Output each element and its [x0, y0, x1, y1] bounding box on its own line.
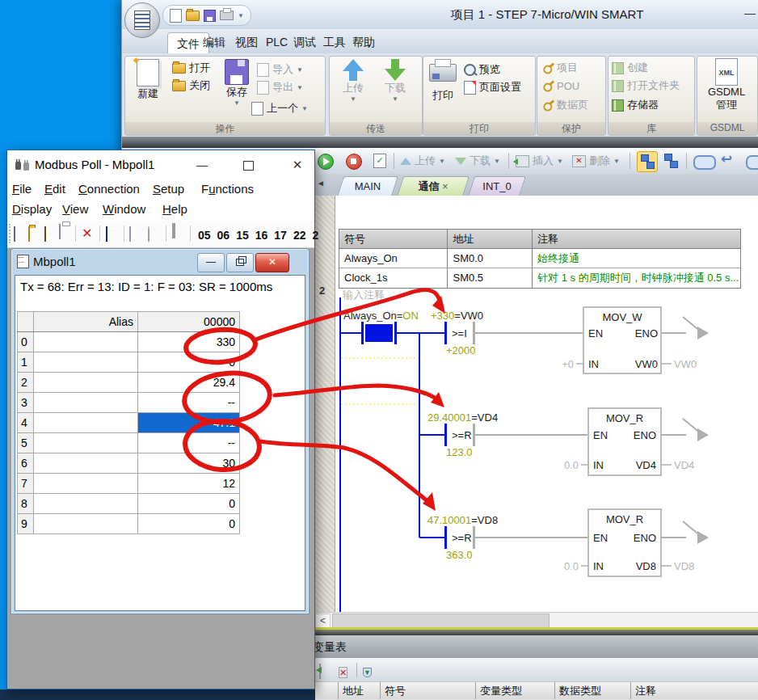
fc-17-button[interactable]: 17 [274, 229, 287, 242]
pulse-button[interactable] [172, 225, 175, 239]
box-tool-button[interactable] [693, 155, 716, 170]
print-button[interactable]: 打印 [425, 57, 461, 103]
delete-button[interactable]: ✕删除▼ [572, 154, 620, 168]
menu-tab-help[interactable]: 帮助 [352, 36, 375, 50]
delete-row-button[interactable]: ✕ [339, 664, 347, 679]
insert-button[interactable]: 插入▼ [516, 154, 563, 168]
col-var-type[interactable]: 变量类型 [476, 681, 555, 699]
menu-tab-debug[interactable]: 调试 [293, 36, 316, 50]
toolbar-upload-button[interactable]: 上传▼ [400, 154, 445, 168]
child-restore-button[interactable] [226, 253, 254, 272]
menu-help[interactable]: Help [162, 202, 187, 216]
modbus-close-button[interactable]: ✕ [285, 156, 310, 174]
compile-button[interactable]: ✓ [373, 154, 386, 168]
insert-row-button[interactable] [319, 664, 321, 679]
grid-row[interactable]: 229.4 [18, 373, 240, 393]
run-button[interactable] [318, 154, 334, 170]
print-button[interactable] [59, 225, 61, 239]
child-close-button[interactable]: ✕ [255, 253, 289, 272]
fc-23-button[interactable]: 2 [312, 229, 318, 242]
grid-row[interactable]: 5-- [18, 433, 240, 453]
library-create-button[interactable]: 创建 [612, 61, 648, 75]
menu-functions[interactable]: Functions [201, 182, 254, 196]
child-minimize-button[interactable]: — [197, 253, 225, 272]
new-button[interactable]: ◆ 新建 [128, 59, 167, 101]
menu-window[interactable]: Window [103, 202, 145, 216]
disconnect-button[interactable]: ✕ [82, 226, 92, 241]
save-button[interactable] [44, 227, 46, 242]
compare-contact[interactable] [444, 526, 447, 549]
protect-datapage-button[interactable]: 数据页 [542, 98, 588, 112]
stop-button[interactable] [346, 154, 362, 170]
library-memory-button[interactable]: 存储器 [612, 98, 659, 112]
communication-button[interactable] [129, 227, 131, 242]
protect-project-button[interactable]: 项目 [542, 61, 578, 75]
grid-row-selected[interactable]: 447.1 [18, 413, 240, 433]
menu-connection[interactable]: Connection [78, 182, 140, 196]
qat-dropdown-caret[interactable]: ▼ [238, 12, 244, 19]
open-icon[interactable] [186, 11, 200, 21]
ladder-canvas[interactable]: Always_On=ON +330=VW0 >=I +2000 MOV_W EN… [314, 196, 758, 612]
register-header[interactable]: 00000 [138, 312, 240, 332]
library-open-folder-button[interactable]: 打开文件夹 [612, 78, 680, 93]
export-button[interactable]: 导出▼ [257, 80, 303, 95]
modbus-minimize-button[interactable]: — [190, 156, 214, 174]
menu-tab-view[interactable]: 视图 [235, 36, 258, 50]
previous-button[interactable]: 上一个▼ [251, 101, 308, 116]
menu-tab-tools[interactable]: 工具 [323, 36, 346, 50]
modbus-maximize-button[interactable] [243, 161, 254, 171]
scrollbar-thumb[interactable] [332, 614, 550, 628]
fc-05-button[interactable]: 05 [198, 229, 211, 242]
tab-main[interactable]: MAIN [337, 176, 398, 196]
download-button[interactable]: 下载 ▼ [378, 59, 412, 103]
new-button[interactable] [14, 227, 15, 242]
program-block-button[interactable] [637, 151, 658, 172]
grid-row[interactable]: 3-- [18, 393, 240, 413]
page-setup-button[interactable]: 页面设置 [464, 80, 521, 95]
download-table-button[interactable]: ▼ [363, 664, 372, 678]
print-icon[interactable] [220, 11, 234, 20]
undo-tool-button[interactable]: ↩ [721, 150, 732, 167]
fc-15-button[interactable]: 15 [236, 229, 249, 242]
open-button[interactable]: 打开 [172, 61, 210, 75]
open-button[interactable] [28, 227, 30, 242]
alarm-button[interactable] [148, 227, 149, 242]
grid-row[interactable]: 712 [18, 474, 240, 494]
fc-16-button[interactable]: 16 [255, 229, 268, 242]
menu-setup[interactable]: Setup [153, 182, 184, 196]
tab-int0[interactable]: INT_0 [468, 176, 526, 196]
step7-minimize-button[interactable]: — [744, 6, 756, 19]
col-address[interactable]: 地址 [339, 681, 381, 699]
fc-22-button[interactable]: 22 [293, 229, 306, 242]
grid-row[interactable]: 80 [18, 494, 240, 514]
grid-row[interactable]: 10 [18, 352, 240, 373]
protect-pou-button[interactable]: POU [542, 78, 579, 93]
menu-display[interactable]: Display [12, 202, 52, 216]
alias-header[interactable]: Alias [34, 312, 138, 332]
col-symbol[interactable]: 符号 [381, 681, 476, 699]
grid-row[interactable]: 0330 [18, 332, 240, 352]
grid-row[interactable]: 90 [18, 514, 240, 534]
compare-contact[interactable] [444, 322, 447, 344]
col-comment[interactable]: 注释 [631, 681, 758, 699]
menu-edit[interactable]: Edit [44, 182, 65, 196]
menu-tab-edit[interactable]: 编辑 [203, 36, 225, 50]
gsdml-manage-button[interactable]: XML GSDML 管理 [701, 58, 752, 112]
save-button[interactable]: 保存 ▼ [219, 59, 255, 107]
contact-always-on[interactable] [361, 322, 397, 344]
horizontal-scrollbar[interactable]: < [314, 612, 758, 628]
compare-contact[interactable] [444, 424, 447, 446]
step7-app-menu-button[interactable] [124, 2, 160, 38]
close-button[interactable]: 关闭 [172, 78, 210, 93]
new-icon[interactable] [170, 9, 182, 23]
program-block-alt-button[interactable] [661, 151, 680, 171]
tab-comm-active[interactable]: 通信 × [397, 176, 470, 196]
box-tool2-button[interactable] [746, 155, 758, 170]
tab-close-icon[interactable]: × [442, 180, 448, 192]
tab-scroll-left[interactable]: ◄ [317, 179, 325, 188]
preview-button[interactable]: 预览 [464, 62, 500, 77]
upload-button[interactable]: 上传 ▼ [336, 59, 370, 103]
import-button[interactable]: 导入▼ [257, 62, 303, 77]
save-icon[interactable] [204, 10, 216, 22]
menu-file[interactable]: File [12, 182, 32, 196]
